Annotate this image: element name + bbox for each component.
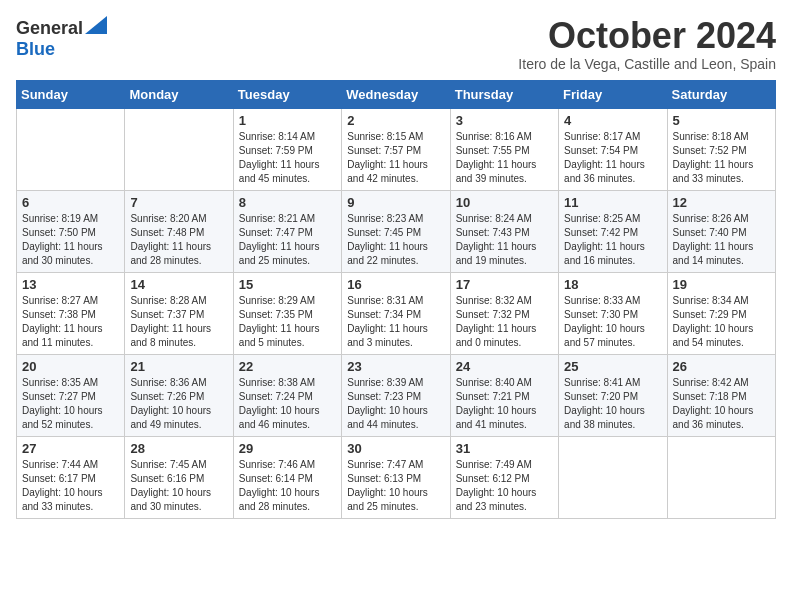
day-info: Sunrise: 8:19 AM Sunset: 7:50 PM Dayligh… <box>22 213 103 266</box>
calendar-cell: 22Sunrise: 8:38 AM Sunset: 7:24 PM Dayli… <box>233 354 341 436</box>
day-number: 3 <box>456 113 553 128</box>
day-number: 27 <box>22 441 119 456</box>
day-number: 23 <box>347 359 444 374</box>
weekday-header-monday: Monday <box>125 80 233 108</box>
day-info: Sunrise: 8:23 AM Sunset: 7:45 PM Dayligh… <box>347 213 428 266</box>
weekday-header-wednesday: Wednesday <box>342 80 450 108</box>
weekday-header-row: SundayMondayTuesdayWednesdayThursdayFrid… <box>17 80 776 108</box>
calendar-cell: 13Sunrise: 8:27 AM Sunset: 7:38 PM Dayli… <box>17 272 125 354</box>
calendar-cell: 10Sunrise: 8:24 AM Sunset: 7:43 PM Dayli… <box>450 190 558 272</box>
calendar-cell: 14Sunrise: 8:28 AM Sunset: 7:37 PM Dayli… <box>125 272 233 354</box>
week-row-1: 1Sunrise: 8:14 AM Sunset: 7:59 PM Daylig… <box>17 108 776 190</box>
calendar-cell: 6Sunrise: 8:19 AM Sunset: 7:50 PM Daylig… <box>17 190 125 272</box>
week-row-5: 27Sunrise: 7:44 AM Sunset: 6:17 PM Dayli… <box>17 436 776 518</box>
day-info: Sunrise: 8:14 AM Sunset: 7:59 PM Dayligh… <box>239 131 320 184</box>
day-info: Sunrise: 8:17 AM Sunset: 7:54 PM Dayligh… <box>564 131 645 184</box>
calendar-cell: 16Sunrise: 8:31 AM Sunset: 7:34 PM Dayli… <box>342 272 450 354</box>
day-info: Sunrise: 8:41 AM Sunset: 7:20 PM Dayligh… <box>564 377 645 430</box>
calendar-cell: 24Sunrise: 8:40 AM Sunset: 7:21 PM Dayli… <box>450 354 558 436</box>
day-number: 12 <box>673 195 770 210</box>
day-number: 4 <box>564 113 661 128</box>
calendar-cell: 15Sunrise: 8:29 AM Sunset: 7:35 PM Dayli… <box>233 272 341 354</box>
calendar-cell: 19Sunrise: 8:34 AM Sunset: 7:29 PM Dayli… <box>667 272 775 354</box>
calendar-cell: 8Sunrise: 8:21 AM Sunset: 7:47 PM Daylig… <box>233 190 341 272</box>
day-info: Sunrise: 8:28 AM Sunset: 7:37 PM Dayligh… <box>130 295 211 348</box>
day-info: Sunrise: 8:21 AM Sunset: 7:47 PM Dayligh… <box>239 213 320 266</box>
calendar-cell: 28Sunrise: 7:45 AM Sunset: 6:16 PM Dayli… <box>125 436 233 518</box>
day-number: 25 <box>564 359 661 374</box>
week-row-4: 20Sunrise: 8:35 AM Sunset: 7:27 PM Dayli… <box>17 354 776 436</box>
calendar-cell: 9Sunrise: 8:23 AM Sunset: 7:45 PM Daylig… <box>342 190 450 272</box>
day-number: 10 <box>456 195 553 210</box>
calendar-cell: 23Sunrise: 8:39 AM Sunset: 7:23 PM Dayli… <box>342 354 450 436</box>
calendar-cell: 31Sunrise: 7:49 AM Sunset: 6:12 PM Dayli… <box>450 436 558 518</box>
calendar-table: SundayMondayTuesdayWednesdayThursdayFrid… <box>16 80 776 519</box>
calendar-cell: 18Sunrise: 8:33 AM Sunset: 7:30 PM Dayli… <box>559 272 667 354</box>
weekday-header-friday: Friday <box>559 80 667 108</box>
day-info: Sunrise: 8:36 AM Sunset: 7:26 PM Dayligh… <box>130 377 211 430</box>
day-info: Sunrise: 8:18 AM Sunset: 7:52 PM Dayligh… <box>673 131 754 184</box>
weekday-header-thursday: Thursday <box>450 80 558 108</box>
calendar-cell <box>667 436 775 518</box>
day-number: 20 <box>22 359 119 374</box>
day-info: Sunrise: 8:40 AM Sunset: 7:21 PM Dayligh… <box>456 377 537 430</box>
calendar-cell: 25Sunrise: 8:41 AM Sunset: 7:20 PM Dayli… <box>559 354 667 436</box>
day-number: 22 <box>239 359 336 374</box>
day-info: Sunrise: 8:26 AM Sunset: 7:40 PM Dayligh… <box>673 213 754 266</box>
week-row-3: 13Sunrise: 8:27 AM Sunset: 7:38 PM Dayli… <box>17 272 776 354</box>
day-info: Sunrise: 8:16 AM Sunset: 7:55 PM Dayligh… <box>456 131 537 184</box>
calendar-cell: 20Sunrise: 8:35 AM Sunset: 7:27 PM Dayli… <box>17 354 125 436</box>
calendar-cell: 21Sunrise: 8:36 AM Sunset: 7:26 PM Dayli… <box>125 354 233 436</box>
calendar-cell: 29Sunrise: 7:46 AM Sunset: 6:14 PM Dayli… <box>233 436 341 518</box>
weekday-header-sunday: Sunday <box>17 80 125 108</box>
day-number: 24 <box>456 359 553 374</box>
day-number: 8 <box>239 195 336 210</box>
calendar-cell: 30Sunrise: 7:47 AM Sunset: 6:13 PM Dayli… <box>342 436 450 518</box>
calendar-cell <box>125 108 233 190</box>
logo-icon <box>85 16 107 34</box>
day-number: 13 <box>22 277 119 292</box>
calendar-cell: 1Sunrise: 8:14 AM Sunset: 7:59 PM Daylig… <box>233 108 341 190</box>
day-info: Sunrise: 8:32 AM Sunset: 7:32 PM Dayligh… <box>456 295 537 348</box>
day-info: Sunrise: 8:35 AM Sunset: 7:27 PM Dayligh… <box>22 377 103 430</box>
calendar-cell: 3Sunrise: 8:16 AM Sunset: 7:55 PM Daylig… <box>450 108 558 190</box>
title-area: October 2024 Itero de la Vega, Castille … <box>518 16 776 72</box>
day-number: 9 <box>347 195 444 210</box>
day-number: 16 <box>347 277 444 292</box>
calendar-cell <box>559 436 667 518</box>
day-info: Sunrise: 7:45 AM Sunset: 6:16 PM Dayligh… <box>130 459 211 512</box>
header: General Blue October 2024 Itero de la Ve… <box>16 16 776 72</box>
day-info: Sunrise: 8:33 AM Sunset: 7:30 PM Dayligh… <box>564 295 645 348</box>
day-number: 30 <box>347 441 444 456</box>
day-info: Sunrise: 8:15 AM Sunset: 7:57 PM Dayligh… <box>347 131 428 184</box>
day-number: 29 <box>239 441 336 456</box>
day-number: 5 <box>673 113 770 128</box>
day-info: Sunrise: 8:34 AM Sunset: 7:29 PM Dayligh… <box>673 295 754 348</box>
weekday-header-tuesday: Tuesday <box>233 80 341 108</box>
day-info: Sunrise: 8:24 AM Sunset: 7:43 PM Dayligh… <box>456 213 537 266</box>
logo: General Blue <box>16 16 107 60</box>
calendar-cell: 26Sunrise: 8:42 AM Sunset: 7:18 PM Dayli… <box>667 354 775 436</box>
calendar-cell: 12Sunrise: 8:26 AM Sunset: 7:40 PM Dayli… <box>667 190 775 272</box>
day-number: 14 <box>130 277 227 292</box>
location-subtitle: Itero de la Vega, Castille and Leon, Spa… <box>518 56 776 72</box>
calendar-cell: 4Sunrise: 8:17 AM Sunset: 7:54 PM Daylig… <box>559 108 667 190</box>
day-info: Sunrise: 8:38 AM Sunset: 7:24 PM Dayligh… <box>239 377 320 430</box>
calendar-cell: 17Sunrise: 8:32 AM Sunset: 7:32 PM Dayli… <box>450 272 558 354</box>
day-number: 6 <box>22 195 119 210</box>
day-number: 19 <box>673 277 770 292</box>
day-info: Sunrise: 8:39 AM Sunset: 7:23 PM Dayligh… <box>347 377 428 430</box>
day-info: Sunrise: 8:20 AM Sunset: 7:48 PM Dayligh… <box>130 213 211 266</box>
day-info: Sunrise: 7:44 AM Sunset: 6:17 PM Dayligh… <box>22 459 103 512</box>
calendar-cell: 11Sunrise: 8:25 AM Sunset: 7:42 PM Dayli… <box>559 190 667 272</box>
week-row-2: 6Sunrise: 8:19 AM Sunset: 7:50 PM Daylig… <box>17 190 776 272</box>
month-title: October 2024 <box>518 16 776 56</box>
calendar-cell <box>17 108 125 190</box>
day-info: Sunrise: 8:25 AM Sunset: 7:42 PM Dayligh… <box>564 213 645 266</box>
day-info: Sunrise: 7:47 AM Sunset: 6:13 PM Dayligh… <box>347 459 428 512</box>
day-number: 28 <box>130 441 227 456</box>
day-info: Sunrise: 7:46 AM Sunset: 6:14 PM Dayligh… <box>239 459 320 512</box>
day-number: 2 <box>347 113 444 128</box>
day-info: Sunrise: 8:27 AM Sunset: 7:38 PM Dayligh… <box>22 295 103 348</box>
day-number: 31 <box>456 441 553 456</box>
